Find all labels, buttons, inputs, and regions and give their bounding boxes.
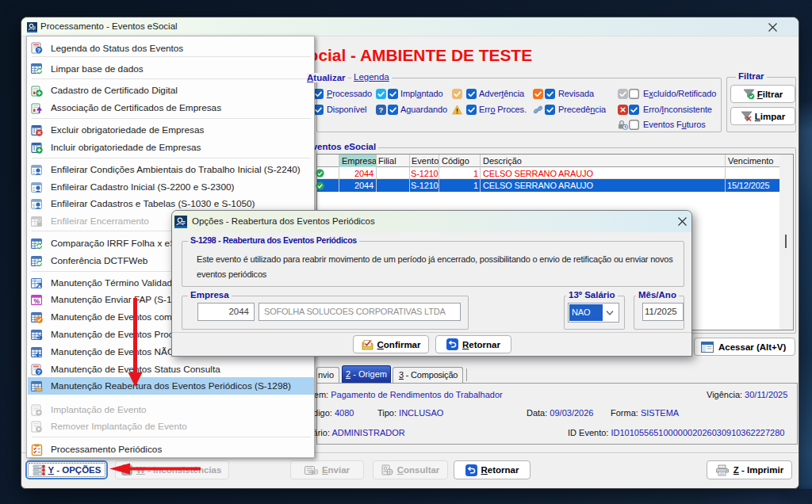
svg-text:?: ? bbox=[37, 368, 41, 376]
svg-text:?: ? bbox=[37, 47, 41, 54]
svg-text:%: % bbox=[33, 297, 40, 305]
